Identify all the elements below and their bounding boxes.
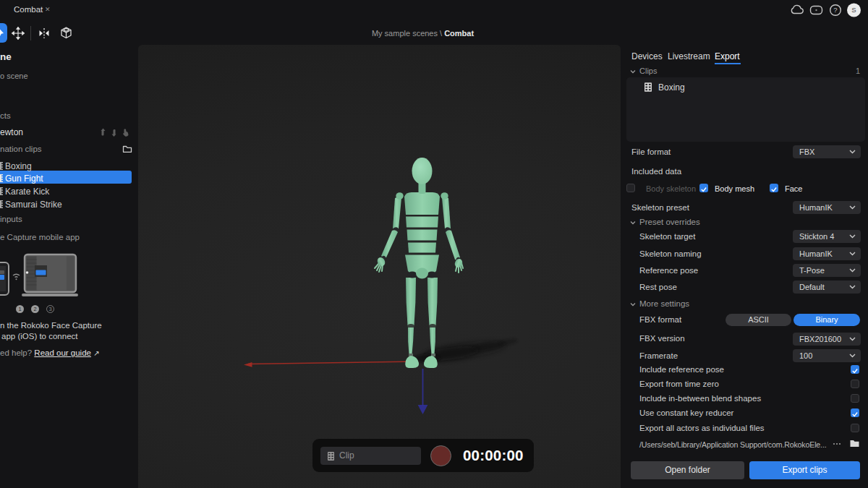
svg-text:?: ? (833, 6, 837, 14)
svg-text:S: S (851, 6, 856, 14)
